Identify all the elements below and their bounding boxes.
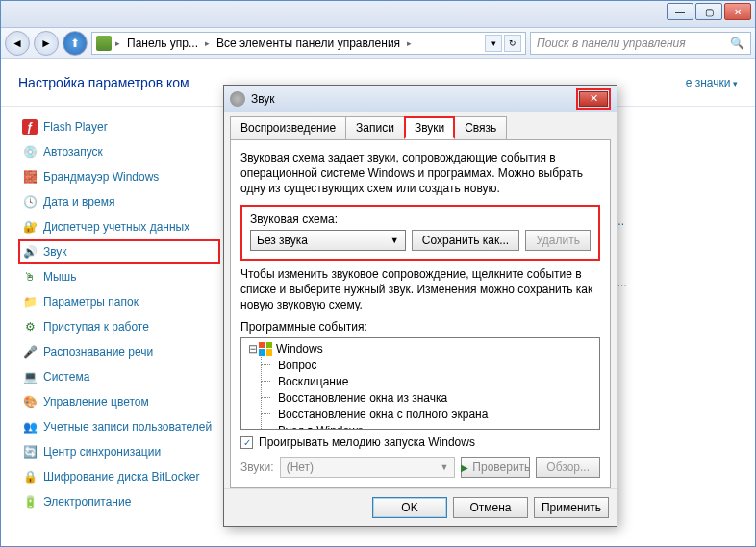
chevron-right-icon: ▸ (405, 38, 414, 48)
tree-item-1[interactable]: Восклицание (243, 373, 597, 389)
cp-item-1[interactable]: 💿Автозапуск (18, 139, 220, 164)
cp-item-label: Параметры папок (43, 295, 139, 309)
breadcrumb-1[interactable]: Панель упр... (124, 37, 201, 50)
cp-item-14[interactable]: 🔒Шифрование диска BitLocker (18, 464, 220, 489)
cp-item-label: Приступая к работе (43, 320, 149, 334)
cp-item-icon: 🔐 (22, 219, 38, 235)
cp-item-label: Центр синхронизации (43, 445, 161, 459)
cp-item-label: Распознавание речи (43, 345, 153, 359)
cp-item-3[interactable]: 🕓Дата и время (18, 189, 220, 214)
nav-bar: ◄ ► ⬆ ▸ Панель упр... ▸ Все элементы пан… (1, 28, 755, 59)
search-placeholder: Поиск в панели управления (537, 37, 686, 50)
cp-item-icon: 🖱 (22, 269, 38, 285)
cp-item-icon: 🔒 (22, 469, 38, 485)
cp-item-label: Мышь (43, 270, 77, 284)
view-link[interactable]: е значки (686, 76, 738, 89)
cp-item-label: Звук (43, 245, 67, 259)
play-startup-label: Проигрывать мелодию запуска Windows (259, 435, 475, 449)
tab-Связь[interactable]: Связь (454, 116, 507, 139)
events-label: Программные события: (240, 320, 600, 334)
scheme-group: Звуковая схема: Без звука ▼ Сохранить ка… (240, 205, 600, 261)
tab-Воспроизведение[interactable]: Воспроизведение (230, 116, 346, 139)
cp-item-icon: ƒ (22, 119, 38, 135)
tab-Записи[interactable]: Записи (345, 116, 405, 139)
cp-item-13[interactable]: 🔄Центр синхронизации (18, 439, 220, 464)
address-bar[interactable]: ▸ Панель упр... ▸ Все элементы панели уп… (91, 32, 526, 55)
chevron-right-icon: ▸ (203, 38, 212, 48)
cp-item-5[interactable]: 🔊Звук (18, 239, 220, 264)
cp-item-label: Управление цветом (43, 395, 149, 409)
refresh-button[interactable]: ↻ (504, 35, 521, 52)
chevron-right-icon: ▸ (113, 38, 122, 48)
back-button[interactable]: ◄ (5, 31, 30, 56)
events-description: Чтобы изменить звуковое сопровождение, щ… (240, 266, 600, 313)
cp-item-8[interactable]: ⚙Приступая к работе (18, 314, 220, 339)
cp-item-label: Система (43, 370, 89, 384)
cp-item-label: Автозапуск (43, 145, 103, 159)
cp-item-6[interactable]: 🖱Мышь (18, 264, 220, 289)
cp-item-icon: 🔄 (22, 444, 38, 460)
chevron-down-icon: ▼ (440, 462, 448, 472)
cp-item-2[interactable]: 🧱Брандмауэр Windows (18, 164, 220, 189)
play-startup-checkbox[interactable]: ✓ (240, 436, 253, 449)
events-tree[interactable]: ⊟WindowsВопросВосклицаниеВосстановление … (240, 337, 600, 430)
cancel-button[interactable]: Отмена (453, 497, 528, 518)
scheme-value: Без звука (257, 234, 308, 247)
search-input[interactable]: Поиск в панели управления 🔍 (530, 32, 751, 55)
tree-item-4[interactable]: Вход в Windows (243, 422, 597, 430)
tree-item-3[interactable]: Восстановление окна с полного экрана (243, 406, 597, 422)
sounds-combobox: (Нет) ▼ (280, 457, 456, 478)
dialog-buttons: OK Отмена Применить (224, 488, 617, 526)
apply-button[interactable]: Применить (534, 497, 609, 518)
tree-item-2[interactable]: Восстановление окна из значка (243, 389, 597, 406)
cp-item-label: Дата и время (43, 195, 114, 209)
cp-item-4[interactable]: 🔐Диспетчер учетных данных (18, 214, 220, 239)
cp-item-11[interactable]: 🎨Управление цветом (18, 389, 220, 414)
dialog-title: Звук (251, 92, 275, 106)
cp-item-15[interactable]: 🔋Электропитание (18, 489, 220, 514)
delete-button: Удалить (525, 230, 591, 251)
scheme-label: Звуковая схема: (250, 212, 591, 226)
tabstrip: ВоспроизведениеЗаписиЗвукиСвязь (224, 112, 617, 139)
up-button[interactable]: ⬆ (63, 31, 88, 56)
addr-dropdown[interactable]: ▾ (485, 35, 502, 52)
cp-item-label: Учетные записи пользователей (43, 420, 212, 434)
cp-item-icon: 💻 (22, 369, 38, 385)
breadcrumb-2[interactable]: Все элементы панели управления (214, 37, 403, 50)
sound-icon (230, 91, 245, 107)
save-as-button[interactable]: Сохранить как... (412, 230, 519, 251)
tab-Звуки[interactable]: Звуки (404, 116, 455, 139)
tab-panel-sounds: Звуковая схема задает звуки, сопровождаю… (230, 139, 611, 488)
ok-button[interactable]: OK (372, 497, 447, 518)
tree-item-0[interactable]: Вопрос (243, 357, 597, 373)
scheme-description: Звуковая схема задает звуки, сопровождаю… (240, 150, 600, 197)
chevron-down-icon: ▼ (391, 236, 399, 245)
dialog-close-button[interactable]: ✕ (579, 91, 608, 107)
cp-item-icon: 🔋 (22, 494, 38, 510)
play-icon: ▶ (461, 462, 468, 473)
cp-item-label: Диспетчер учетных данных (43, 220, 189, 234)
titlebar: — ▢ ✕ (1, 1, 755, 28)
cp-item-12[interactable]: 👥Учетные записи пользователей (18, 414, 220, 439)
cp-item-label: Шифрование диска BitLocker (43, 470, 199, 484)
control-panel-icon (96, 36, 112, 51)
cp-item-label: Брандмауэр Windows (43, 170, 159, 184)
tree-root[interactable]: ⊟Windows (243, 340, 597, 357)
cp-item-icon: 👥 (22, 419, 38, 435)
cp-item-7[interactable]: 📁Параметры папок (18, 289, 220, 314)
cp-item-label: Электропитание (43, 495, 131, 509)
cp-item-icon: 📁 (22, 294, 38, 310)
scheme-combobox[interactable]: Без звука ▼ (250, 230, 406, 251)
close-button[interactable]: ✕ (724, 3, 751, 20)
cp-item-10[interactable]: 💻Система (18, 364, 220, 389)
sounds-value: (Нет) (287, 460, 314, 474)
cp-item-9[interactable]: 🎤Распознавание речи (18, 339, 220, 364)
control-panel-items: ƒFlash Player💿Автозапуск🧱Брандмауэр Wind… (18, 114, 220, 514)
test-sound-button[interactable]: ▶ Проверить (461, 457, 530, 478)
maximize-button[interactable]: ▢ (695, 3, 722, 20)
sounds-label: Звуки: (240, 460, 274, 474)
forward-button[interactable]: ► (34, 31, 59, 56)
minimize-button[interactable]: — (667, 3, 693, 20)
cp-item-0[interactable]: ƒFlash Player (18, 114, 220, 139)
cp-item-icon: 🎨 (22, 394, 38, 410)
